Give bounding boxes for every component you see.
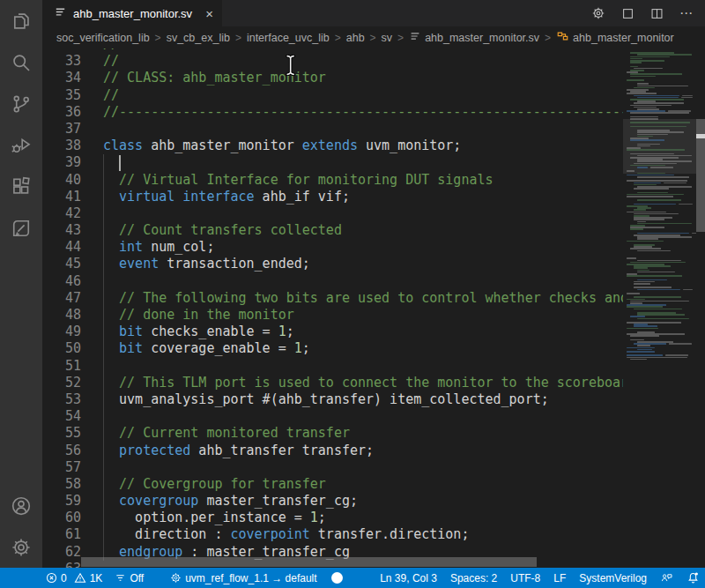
line-number[interactable]: 39 — [42, 154, 81, 171]
env-status[interactable]: uvm_ref_flow_1.1 → default — [170, 572, 316, 584]
source-control-icon[interactable] — [0, 83, 42, 124]
minimap-line — [634, 95, 679, 97]
minimap-line — [627, 354, 663, 356]
line-number[interactable]: 45 — [42, 256, 81, 272]
code-text: uvm_analysis_port #(ahb_transfer) item_c… — [103, 391, 549, 408]
line-number[interactable]: 35 — [42, 87, 81, 104]
minimap-line — [627, 328, 658, 330]
status-circle-icon[interactable] — [331, 572, 343, 584]
line-number[interactable]: 49 — [42, 324, 81, 340]
close-icon[interactable]: × — [205, 7, 213, 20]
feedback-icon[interactable] — [660, 572, 673, 584]
run-debug-icon[interactable] — [0, 124, 42, 166]
code-line-55: 55 // Current monitored transfer — [42, 425, 623, 442]
line-number[interactable]: 38 — [42, 138, 81, 154]
minimap-line — [637, 86, 688, 87]
line-number[interactable]: 62 — [42, 544, 81, 561]
code-area[interactable]: 32//33//34// CLASS: ahb_master_monitor35… — [42, 48, 623, 568]
search-icon[interactable] — [0, 41, 42, 83]
edit-tool-icon[interactable] — [0, 207, 42, 249]
breadcrumb-item-sv-cb-ex-lib[interactable]: sv_cb_ex_lib — [167, 32, 230, 44]
line-number[interactable]: 50 — [42, 340, 81, 357]
minimap-line — [627, 212, 666, 213]
line-number[interactable]: 60 — [42, 510, 81, 526]
settings-gear-icon[interactable] — [0, 526, 42, 568]
line-number[interactable]: 43 — [42, 222, 81, 239]
breadcrumb-item-interface-uvc-lib[interactable]: interface_uvc_lib — [247, 32, 330, 44]
minimap[interactable] — [623, 48, 696, 568]
breadcrumb-item-ahb-master-monitor[interactable]: ahb_master_monitor — [556, 30, 674, 45]
filter-off-status[interactable]: Off — [115, 572, 144, 584]
minimap-line — [634, 309, 682, 310]
env-label: uvm_ref_flow_1.1 → default — [185, 572, 316, 584]
code-line-50: 50 bit coverage_enable = 1; — [42, 340, 623, 357]
code-text: covergroup master_transfer_cg; — [103, 493, 358, 510]
chevron-right-icon: > — [155, 32, 161, 44]
line-number[interactable]: 63 — [42, 561, 81, 568]
line-number[interactable]: 59 — [42, 493, 81, 510]
code-line-36: 36//------------------------------------… — [42, 104, 623, 121]
line-number[interactable]: 44 — [42, 239, 81, 256]
line-number[interactable]: 42 — [42, 205, 81, 222]
code-line-41: 41 virtual interface ahb_if vif; — [42, 189, 623, 205]
chevron-right-icon: > — [545, 32, 551, 44]
line-number[interactable]: 41 — [42, 189, 81, 205]
line-number[interactable]: 61 — [42, 526, 81, 543]
tab-ahb-master-monitor[interactable]: ahb_master_monitor.sv × — [42, 0, 222, 26]
line-number[interactable]: 33 — [42, 53, 81, 70]
line-number[interactable]: 37 — [42, 121, 81, 138]
minimap-line — [627, 351, 655, 353]
problems-status[interactable]: 0 1K — [46, 572, 102, 584]
line-number[interactable]: 51 — [42, 358, 81, 375]
code-text: // done in the monitor — [103, 307, 294, 324]
indentation-status[interactable]: Spaces: 2 — [450, 572, 497, 584]
warning-count: 1K — [90, 572, 103, 584]
minimap-line — [650, 167, 673, 168]
minimap-line — [637, 134, 668, 136]
line-number[interactable]: 53 — [42, 391, 81, 408]
line-number[interactable]: 56 — [42, 443, 81, 459]
line-col-status[interactable]: Ln 39, Col 3 — [380, 572, 437, 584]
line-number[interactable]: 34 — [42, 70, 81, 86]
minimap-line — [634, 296, 681, 298]
eol-status[interactable]: LF — [553, 572, 566, 584]
line-number[interactable]: 47 — [42, 290, 81, 307]
minimap-line — [637, 272, 675, 273]
line-number[interactable]: 48 — [42, 307, 81, 324]
line-number[interactable]: 55 — [42, 425, 81, 442]
code-lines: 32//33//34// CLASS: ahb_master_monitor35… — [42, 48, 623, 568]
status-bar: 0 1K Off uvm_ref_flow_1.1 → default Ln 3… — [0, 568, 705, 588]
code-line-34: 34// CLASS: ahb_master_monitor — [42, 70, 623, 86]
line-number[interactable]: 57 — [42, 459, 81, 476]
explorer-icon[interactable] — [0, 0, 42, 41]
vertical-scrollbar[interactable] — [696, 48, 705, 568]
warning-count-icon — [74, 572, 86, 584]
line-number[interactable]: 54 — [42, 408, 81, 425]
notifications-bell-icon[interactable] — [686, 571, 700, 584]
more-actions-icon[interactable]: ⋯ — [679, 5, 694, 21]
line-number[interactable]: 52 — [42, 375, 81, 391]
encoding-status[interactable]: UTF-8 — [510, 572, 540, 584]
split-editor-icon[interactable] — [650, 7, 664, 20]
gear-icon[interactable] — [591, 6, 605, 20]
line-number[interactable]: 46 — [42, 273, 81, 290]
minimap-line — [637, 83, 649, 85]
line-number[interactable]: 58 — [42, 476, 81, 493]
breadcrumb-item-ahb[interactable]: ahb — [346, 32, 365, 44]
layout-square-icon[interactable] — [621, 7, 634, 20]
breadcrumb-item-soc-verification-lib[interactable]: soc_verification_lib — [56, 32, 150, 44]
line-number[interactable]: 40 — [42, 172, 81, 189]
minimap-line — [630, 66, 638, 68]
extensions-icon[interactable] — [0, 166, 42, 207]
minimap-line — [627, 299, 645, 301]
language-status[interactable]: SystemVerilog — [579, 572, 647, 584]
breadcrumb-item-sv[interactable]: sv — [382, 32, 393, 44]
minimap-line — [630, 153, 674, 155]
code-line-33: 33// — [42, 53, 623, 70]
breadcrumb-item-ahb-master-monitor-sv[interactable]: ahb_master_monitor.sv — [409, 30, 539, 45]
account-icon[interactable] — [0, 485, 42, 526]
minimap-line — [634, 182, 661, 184]
minimap-line — [630, 359, 647, 361]
line-number[interactable]: 36 — [42, 104, 81, 121]
horizontal-scrollbar-thumb[interactable] — [81, 557, 537, 567]
